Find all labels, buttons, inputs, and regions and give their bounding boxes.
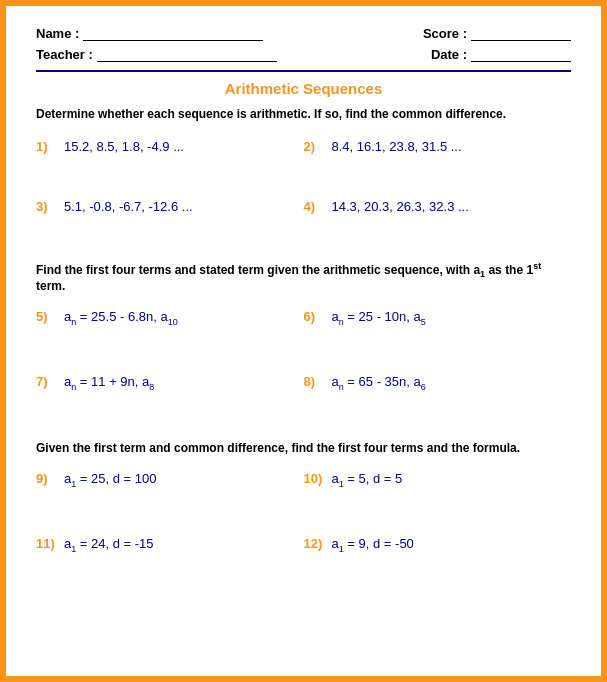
- problem-12: 12) a1 = 9, d = -50: [304, 528, 572, 593]
- problem-2-content: 8.4, 16.1, 23.8, 31.5 ...: [332, 139, 462, 154]
- problem-9-num: 9): [36, 471, 64, 486]
- problem-4-num: 4): [304, 199, 332, 214]
- date-label: Date :: [431, 47, 467, 62]
- name-field: Name :: [36, 26, 263, 41]
- score-field: Score :: [423, 26, 571, 41]
- part2-problems-grid: 5) an = 25.5 - 6.8n, a10 6) an = 25 - 10…: [36, 301, 571, 431]
- problem-12-num: 12): [304, 536, 332, 551]
- problem-3-content: 5.1, -0.8, -6.7, -12.6 ...: [64, 199, 193, 214]
- problem-7-num: 7): [36, 374, 64, 389]
- name-label: Name :: [36, 26, 79, 41]
- problem-1-num: 1): [36, 139, 64, 154]
- problem-4-content: 14.3, 20.3, 26.3, 32.3 ...: [332, 199, 469, 214]
- worksheet-page: Name : Score : Teacher : Date : Arithmet…: [0, 0, 607, 682]
- part1-instruction: Determine whether each sequence is arith…: [36, 107, 571, 121]
- header-row-1: Name : Score :: [36, 26, 571, 41]
- problem-11-content: a1 = 24, d = -15: [64, 536, 154, 554]
- problem-3: 3) 5.1, -0.8, -6.7, -12.6 ...: [36, 191, 304, 251]
- problem-8-content: an = 65 - 35n, a6: [332, 374, 426, 392]
- problem-9-content: a1 = 25, d = 100: [64, 471, 156, 489]
- problem-10-num: 10): [304, 471, 332, 486]
- problem-10: 10) a1 = 5, d = 5: [304, 463, 572, 528]
- problem-6-num: 6): [304, 309, 332, 324]
- problem-1: 1) 15.2, 8.5, 1.8, -4.9 ...: [36, 131, 304, 191]
- problem-1-content: 15.2, 8.5, 1.8, -4.9 ...: [64, 139, 184, 154]
- problem-11: 11) a1 = 24, d = -15: [36, 528, 304, 593]
- part3-instruction: Given the first term and common differen…: [36, 441, 571, 455]
- problem-8: 8) an = 65 - 35n, a6: [304, 366, 572, 431]
- score-line: [471, 27, 571, 41]
- problem-2-num: 2): [304, 139, 332, 154]
- problem-7-content: an = 11 + 9n, a8: [64, 374, 154, 392]
- problem-6: 6) an = 25 - 10n, a5: [304, 301, 572, 366]
- header-section: Name : Score : Teacher : Date :: [36, 26, 571, 62]
- header-row-2: Teacher : Date :: [36, 47, 571, 62]
- part1-problems-grid: 1) 15.2, 8.5, 1.8, -4.9 ... 2) 8.4, 16.1…: [36, 131, 571, 251]
- problem-4: 4) 14.3, 20.3, 26.3, 32.3 ...: [304, 191, 572, 251]
- problem-9: 9) a1 = 25, d = 100: [36, 463, 304, 528]
- problem-6-content: an = 25 - 10n, a5: [332, 309, 426, 327]
- date-line: [471, 48, 571, 62]
- problem-8-num: 8): [304, 374, 332, 389]
- teacher-field: Teacher :: [36, 47, 277, 62]
- part3-problems-grid: 9) a1 = 25, d = 100 10) a1 = 5, d = 5 11…: [36, 463, 571, 593]
- teacher-line: [97, 48, 277, 62]
- problem-12-content: a1 = 9, d = -50: [332, 536, 414, 554]
- date-field: Date :: [431, 47, 571, 62]
- problem-10-content: a1 = 5, d = 5: [332, 471, 403, 489]
- problem-3-num: 3): [36, 199, 64, 214]
- name-line: [83, 27, 263, 41]
- score-label: Score :: [423, 26, 467, 41]
- problem-5-num: 5): [36, 309, 64, 324]
- problem-7: 7) an = 11 + 9n, a8: [36, 366, 304, 431]
- problem-11-num: 11): [36, 536, 64, 551]
- problem-5: 5) an = 25.5 - 6.8n, a10: [36, 301, 304, 366]
- problem-5-content: an = 25.5 - 6.8n, a10: [64, 309, 178, 327]
- worksheet-title: Arithmetic Sequences: [36, 80, 571, 97]
- teacher-label: Teacher :: [36, 47, 93, 62]
- part2-instruction: Find the first four terms and stated ter…: [36, 261, 571, 293]
- header-divider: [36, 70, 571, 72]
- problem-2: 2) 8.4, 16.1, 23.8, 31.5 ...: [304, 131, 572, 191]
